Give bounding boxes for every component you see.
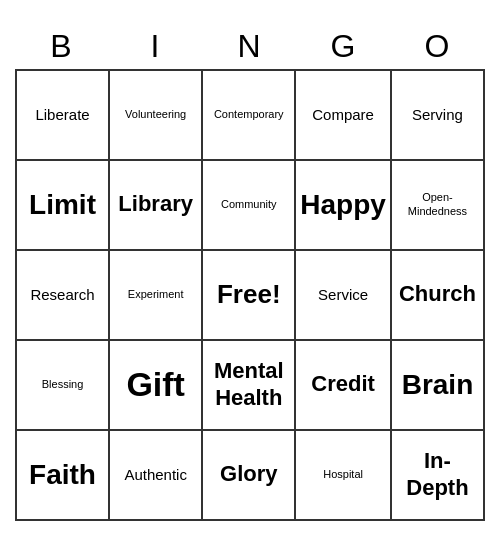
header-letter: B: [15, 24, 109, 69]
bingo-cell: Hospital: [296, 431, 392, 521]
header-letter: I: [109, 24, 203, 69]
bingo-cell: Open-Mindedness: [392, 161, 485, 251]
cell-text: Community: [221, 198, 277, 211]
bingo-cell: Experiment: [110, 251, 203, 341]
cell-text: Credit: [311, 371, 375, 397]
bingo-cell: Free!: [203, 251, 296, 341]
header-letter: N: [203, 24, 297, 69]
cell-text: Research: [30, 286, 94, 304]
bingo-cell: Limit: [17, 161, 110, 251]
bingo-grid: LiberateVolunteeringContemporaryCompareS…: [15, 69, 485, 521]
bingo-cell: Compare: [296, 71, 392, 161]
bingo-cell: Authentic: [110, 431, 203, 521]
bingo-cell: Mental Health: [203, 341, 296, 431]
bingo-cell: Volunteering: [110, 71, 203, 161]
cell-text: Volunteering: [125, 108, 186, 121]
cell-text: Happy: [300, 188, 386, 222]
cell-text: Brain: [402, 368, 474, 402]
bingo-cell: Liberate: [17, 71, 110, 161]
bingo-cell: Contemporary: [203, 71, 296, 161]
cell-text: Service: [318, 286, 368, 304]
cell-text: Serving: [412, 106, 463, 124]
bingo-cell: Glory: [203, 431, 296, 521]
bingo-cell: Serving: [392, 71, 485, 161]
bingo-cell: Research: [17, 251, 110, 341]
bingo-cell: Brain: [392, 341, 485, 431]
cell-text: Experiment: [128, 288, 184, 301]
cell-text: Mental Health: [207, 358, 290, 411]
header-letter: G: [297, 24, 391, 69]
cell-text: Contemporary: [214, 108, 284, 121]
cell-text: Library: [118, 191, 193, 217]
cell-text: Compare: [312, 106, 374, 124]
cell-text: Faith: [29, 458, 96, 492]
bingo-cell: Happy: [296, 161, 392, 251]
bingo-cell: Faith: [17, 431, 110, 521]
bingo-cell: Church: [392, 251, 485, 341]
bingo-card: BINGO LiberateVolunteeringContemporaryCo…: [15, 24, 485, 521]
cell-text: In-Depth: [396, 448, 479, 501]
bingo-cell: Library: [110, 161, 203, 251]
bingo-cell: Blessing: [17, 341, 110, 431]
cell-text: Limit: [29, 188, 96, 222]
cell-text: Gift: [126, 364, 185, 405]
cell-text: Open-Mindedness: [396, 191, 479, 217]
bingo-header: BINGO: [15, 24, 485, 69]
cell-text: Free!: [217, 279, 281, 310]
bingo-cell: Gift: [110, 341, 203, 431]
cell-text: Liberate: [35, 106, 89, 124]
cell-text: Glory: [220, 461, 277, 487]
cell-text: Church: [399, 281, 476, 307]
bingo-cell: Service: [296, 251, 392, 341]
cell-text: Blessing: [42, 378, 84, 391]
header-letter: O: [391, 24, 485, 69]
bingo-cell: In-Depth: [392, 431, 485, 521]
cell-text: Authentic: [124, 466, 187, 484]
bingo-cell: Credit: [296, 341, 392, 431]
cell-text: Hospital: [323, 468, 363, 481]
bingo-cell: Community: [203, 161, 296, 251]
